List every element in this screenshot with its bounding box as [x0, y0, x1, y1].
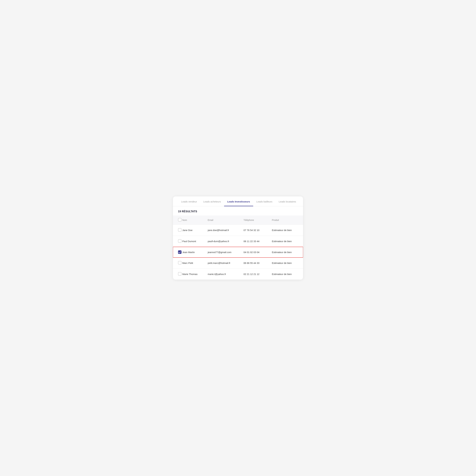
td-email: petit.marc@hotmail.fr: [208, 257, 244, 269]
td-nom: Paul Dumont: [182, 236, 208, 247]
td-nom: Jean Martin: [182, 247, 208, 257]
td-telephone: 06 66 55 44 33: [244, 257, 272, 269]
tab-acheteurs[interactable]: Leads acheteurs: [200, 196, 224, 206]
td-checkbox: [173, 225, 182, 236]
td-produit: Estimateur de bien: [272, 257, 303, 269]
row-checkbox[interactable]: [178, 272, 182, 276]
td-checkbox: [173, 236, 182, 247]
th-produit: Produit: [272, 216, 303, 225]
tabs-container: Leads vendeur Leads acheteurs Leads Inve…: [173, 196, 303, 206]
td-nom: Marc Petit: [182, 257, 208, 269]
results-count: 19 RÉSULTATS: [173, 206, 303, 216]
leads-table: Nom Email Téléphone Produit Jane Doe jan…: [173, 216, 303, 280]
th-checkbox: [173, 216, 182, 225]
td-telephone: 02 21 12 21 12: [244, 269, 272, 280]
row-checkbox[interactable]: [178, 228, 182, 232]
td-produit: Estimateur de bien: [272, 269, 303, 280]
row-checkbox[interactable]: [178, 261, 182, 265]
row-checkbox[interactable]: [178, 239, 182, 243]
tab-locataires[interactable]: Leads locataires: [276, 196, 299, 206]
th-nom: Nom: [182, 216, 208, 225]
td-telephone: 07 76 54 32 10: [244, 225, 272, 236]
td-nom: Jane Doe: [182, 225, 208, 236]
td-email: jane.doe@hotmail.fr: [208, 225, 244, 236]
td-produit: Estimateur de bien: [272, 236, 303, 247]
td-checkbox: [173, 269, 182, 280]
leads-card: Leads vendeur Leads acheteurs Leads Inve…: [173, 196, 303, 280]
td-produit: Estimateur de bien: [272, 225, 303, 236]
tab-investisseurs[interactable]: Leads Investisseurs: [224, 196, 253, 206]
td-checkbox: [173, 247, 182, 257]
td-checkbox: [173, 257, 182, 269]
table-row[interactable]: Paul Dumont paull-dum@yahoo.fr 06 11 22 …: [173, 236, 303, 247]
th-email: Email: [208, 216, 244, 225]
td-email: jeannot77@gmail.com: [208, 247, 244, 257]
select-all-checkbox[interactable]: [178, 218, 182, 221]
td-produit: Estimateur de bien: [272, 247, 303, 257]
td-email: marie.t@yahoo.fr: [208, 269, 244, 280]
table-row[interactable]: Jane Doe jane.doe@hotmail.fr 07 76 54 32…: [173, 225, 303, 236]
table-row[interactable]: Marc Petit petit.marc@hotmail.fr 06 66 5…: [173, 257, 303, 269]
tab-vendeur[interactable]: Leads vendeur: [178, 196, 200, 206]
table-row[interactable]: Jean Martin jeannot77@gmail.com 04 01 02…: [173, 247, 303, 257]
th-telephone: Téléphone: [244, 216, 272, 225]
td-telephone: 06 11 22 33 44: [244, 236, 272, 247]
table-row[interactable]: Marie Thomas marie.t@yahoo.fr 02 21 12 2…: [173, 269, 303, 280]
td-telephone: 04 01 02 03 04: [244, 247, 272, 257]
row-checkbox[interactable]: [178, 250, 182, 254]
td-nom: Marie Thomas: [182, 269, 208, 280]
tab-bailleurs[interactable]: Leads bailleurs: [253, 196, 276, 206]
td-email: paull-dum@yahoo.fr: [208, 236, 244, 247]
